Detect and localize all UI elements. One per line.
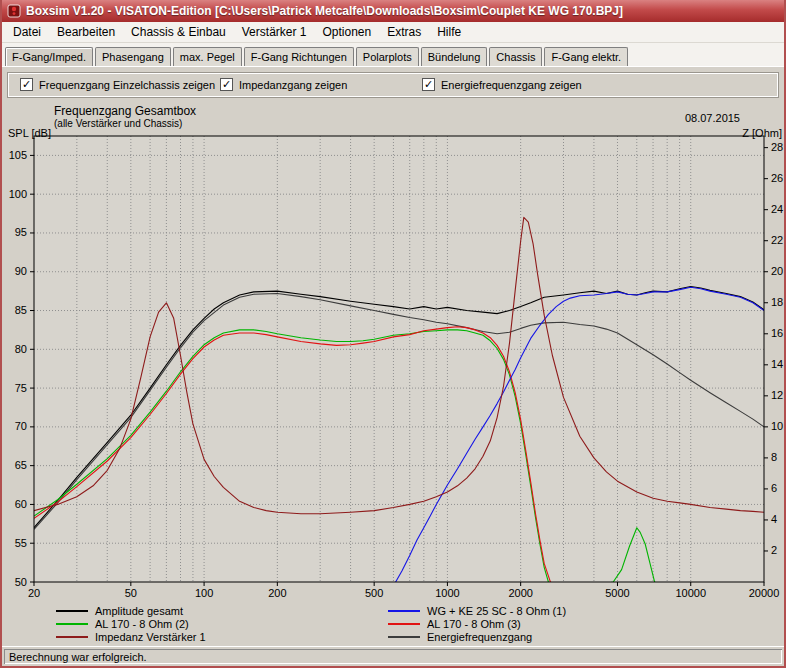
tab-fgang-richtungen[interactable]: F-Gang Richtungen <box>244 47 354 66</box>
svg-text:8: 8 <box>771 451 777 463</box>
menu-item-extras[interactable]: Extras <box>379 23 429 41</box>
legend-item-amplitude-gesamt: Amplitude gesamt <box>56 604 388 617</box>
svg-text:50: 50 <box>125 587 137 599</box>
legend-label: AL 170 - 8 Ohm (3) <box>427 618 521 630</box>
svg-text:20000: 20000 <box>749 587 780 599</box>
legend-item-impedanz-verstaerker-1: Impedanz Verstärker 1 <box>56 630 388 643</box>
chart-area: SPL [dB] Z [Ohm] 50556065707580859095100… <box>2 132 784 602</box>
legend-label: Amplitude gesamt <box>95 605 183 617</box>
y-axis-right-label: Z [Ohm] <box>742 127 782 139</box>
options-panel: Frequenzgang Einzelchassis zeigen Impeda… <box>7 72 779 98</box>
legend-item-wg-ke25sc: WG + KE 25 SC - 8 Ohm (1) <box>388 604 566 617</box>
svg-text:2: 2 <box>771 544 777 556</box>
svg-text:75: 75 <box>15 382 27 394</box>
legend-label: AL 170 - 8 Ohm (2) <box>95 618 189 630</box>
status-message: Berechnung war erfolgreich. <box>9 651 147 663</box>
svg-text:22: 22 <box>771 234 783 246</box>
y-axis-left-label: SPL [dB] <box>8 127 51 139</box>
chart-date: 08.07.2015 <box>685 104 740 124</box>
svg-text:500: 500 <box>365 587 383 599</box>
tab-buendelung[interactable]: Bündelung <box>421 47 488 66</box>
menu-item-verstaerker-1[interactable]: Verstärker 1 <box>234 23 315 41</box>
svg-text:60: 60 <box>15 498 27 510</box>
svg-text:14: 14 <box>771 358 783 370</box>
legend-item-al170-3: AL 170 - 8 Ohm (3) <box>388 617 566 630</box>
svg-text:85: 85 <box>15 304 27 316</box>
checkbox-label-energiefrequenzgang: Energiefrequenzgang zeigen <box>441 79 582 91</box>
tab-fgang-elektr[interactable]: F-Gang elektr. <box>544 47 628 66</box>
menubar: Datei Bearbeiten Chassis & Einbau Verstä… <box>2 22 784 43</box>
tab-page-fgang-imped: Frequenzgang Einzelchassis zeigen Impeda… <box>2 66 784 646</box>
chart-title-block: Frequenzgang Gesamtbox (alle Verstärker … <box>54 104 196 129</box>
svg-text:50: 50 <box>15 576 27 588</box>
svg-text:1000: 1000 <box>435 587 459 599</box>
svg-text:24: 24 <box>771 203 783 215</box>
window-title: Boxsim V1.20 - VISATON-Edition [C:\Users… <box>26 4 623 18</box>
svg-text:20: 20 <box>771 265 783 277</box>
svg-text:105: 105 <box>9 149 27 161</box>
tab-chassis[interactable]: Chassis <box>489 47 542 66</box>
legend-line-swatch <box>56 610 88 612</box>
menu-item-datei[interactable]: Datei <box>5 23 49 41</box>
svg-text:80: 80 <box>15 343 27 355</box>
svg-text:65: 65 <box>15 459 27 471</box>
tab-polarplots[interactable]: Polarplots <box>356 47 419 66</box>
menu-item-optionen[interactable]: Optionen <box>314 23 379 41</box>
checkbox-impedanzgang[interactable] <box>220 78 233 91</box>
chart-legend: Amplitude gesamt AL 170 - 8 Ohm (2) Impe… <box>2 604 784 643</box>
app-icon <box>7 4 21 18</box>
checkbox-energiefrequenzgang[interactable] <box>422 78 435 91</box>
svg-text:18: 18 <box>771 296 783 308</box>
svg-text:5000: 5000 <box>605 587 629 599</box>
menu-item-chassis-einbau[interactable]: Chassis & Einbau <box>123 23 234 41</box>
svg-text:2000: 2000 <box>508 587 532 599</box>
svg-text:100: 100 <box>9 188 27 200</box>
checkbox-label-einzelchassis: Frequenzgang Einzelchassis zeigen <box>39 79 215 91</box>
legend-line-swatch <box>388 610 420 612</box>
svg-text:10: 10 <box>771 420 783 432</box>
legend-label: Impedanz Verstärker 1 <box>95 631 206 643</box>
svg-text:90: 90 <box>15 265 27 277</box>
legend-column-left: Amplitude gesamt AL 170 - 8 Ohm (2) Impe… <box>56 604 388 643</box>
svg-text:12: 12 <box>771 389 783 401</box>
menu-item-hilfe[interactable]: Hilfe <box>429 23 469 41</box>
legend-item-energiefrequenzgang: Energiefrequenzgang <box>388 630 566 643</box>
legend-item-al170-2: AL 170 - 8 Ohm (2) <box>56 617 388 630</box>
checkbox-label-impedanzgang: Impedanzgang zeigen <box>239 79 347 91</box>
svg-text:20: 20 <box>28 587 40 599</box>
svg-text:26: 26 <box>771 172 783 184</box>
chart-subtitle: (alle Verstärker und Chassis) <box>54 118 196 129</box>
svg-text:6: 6 <box>771 482 777 494</box>
tab-phasengang[interactable]: Phasengang <box>95 47 171 66</box>
legend-column-right: WG + KE 25 SC - 8 Ohm (1) AL 170 - 8 Ohm… <box>388 604 566 643</box>
app-window: Boxsim V1.20 - VISATON-Edition [C:\Users… <box>0 0 786 668</box>
checkbox-row-impedanzgang[interactable]: Impedanzgang zeigen <box>220 78 347 91</box>
frequency-response-plot: 5055606570758085909510010524681012141618… <box>2 132 784 602</box>
legend-line-swatch <box>56 636 88 638</box>
svg-text:16: 16 <box>771 327 783 339</box>
checkbox-einzelchassis[interactable] <box>20 78 33 91</box>
menu-item-bearbeiten[interactable]: Bearbeiten <box>49 23 123 41</box>
checkbox-row-energiefrequenzgang[interactable]: Energiefrequenzgang zeigen <box>422 78 582 91</box>
svg-text:4: 4 <box>771 513 777 525</box>
svg-text:95: 95 <box>15 226 27 238</box>
chart-title: Frequenzgang Gesamtbox <box>54 104 196 118</box>
svg-text:10000: 10000 <box>675 587 706 599</box>
legend-label: WG + KE 25 SC - 8 Ohm (1) <box>427 605 566 617</box>
titlebar[interactable]: Boxsim V1.20 - VISATON-Edition [C:\Users… <box>2 0 784 22</box>
svg-text:28: 28 <box>771 141 783 153</box>
legend-line-swatch <box>56 623 88 625</box>
legend-label: Energiefrequenzgang <box>427 631 532 643</box>
svg-text:200: 200 <box>268 587 286 599</box>
tab-max-pegel[interactable]: max. Pegel <box>173 47 242 66</box>
checkbox-row-einzelchassis[interactable]: Frequenzgang Einzelchassis zeigen <box>20 78 215 91</box>
legend-line-swatch <box>388 623 420 625</box>
tabbar: F-Gang/Imped. Phasengang max. Pegel F-Ga… <box>2 43 784 66</box>
svg-text:55: 55 <box>15 537 27 549</box>
svg-text:100: 100 <box>195 587 213 599</box>
tab-fgang-imped[interactable]: F-Gang/Imped. <box>5 47 93 66</box>
status-message-panel: Berechnung war erfolgreich. <box>4 649 782 664</box>
chart-header: Frequenzgang Gesamtbox (alle Verstärker … <box>2 98 784 132</box>
svg-text:70: 70 <box>15 420 27 432</box>
status-bar: Berechnung war erfolgreich. <box>2 646 784 666</box>
